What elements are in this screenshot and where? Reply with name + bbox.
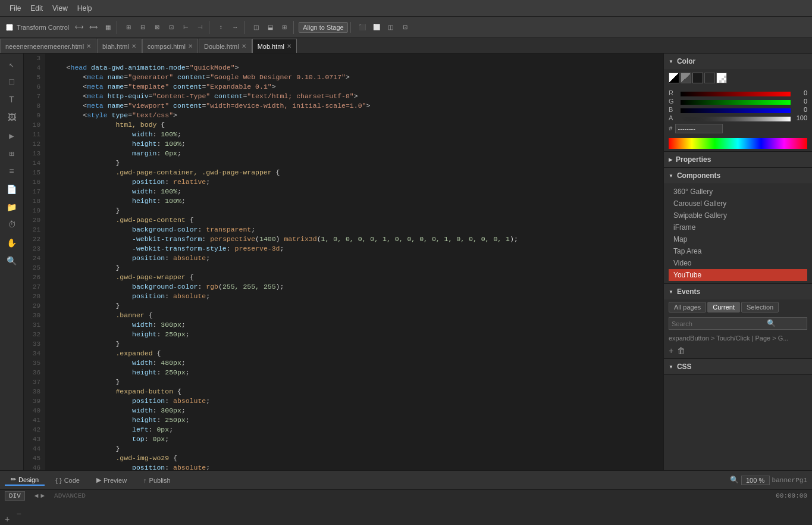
line-number: 7 [24, 92, 45, 101]
tab-4[interactable]: Mob.html ✕ [252, 39, 297, 53]
b-label: B [669, 106, 678, 113]
sidebar-icon-image[interactable]: 🖼 [2, 110, 21, 126]
swatch-dark1[interactable] [692, 73, 703, 83]
events-tab-all-pages[interactable]: All pages [669, 302, 706, 312]
tl-forward-button[interactable]: ▶ [40, 492, 45, 499]
component-item-iframe[interactable]: iFrame [669, 221, 807, 233]
line-number: 29 [24, 301, 45, 311]
component-item-video[interactable]: Video [669, 257, 807, 269]
events-section-header[interactable]: ▼ Events [664, 284, 812, 299]
line-content: position: relative; [45, 177, 210, 187]
code-tab[interactable]: { } Code [49, 476, 86, 485]
color-gradient-bar[interactable] [669, 138, 807, 149]
components-section-header[interactable]: ▼ Components [664, 168, 812, 183]
tab-0[interactable]: neeenerneenerneener.html ✕ [0, 39, 96, 53]
line-number: 14 [24, 158, 45, 168]
sidebar-icon-shapes[interactable]: □ [2, 74, 21, 90]
tb-align-1[interactable]: ⊞ [122, 21, 135, 34]
hex-input[interactable] [675, 124, 723, 133]
color-section-header[interactable]: ▼ Color [664, 54, 812, 69]
events-search[interactable]: 🔍 [669, 317, 807, 330]
component-item-carousel-gallery[interactable]: Carousel Gallery [669, 198, 807, 210]
sidebar-icon-text[interactable]: T [2, 92, 21, 108]
tb-align-5[interactable]: ⊢ [179, 21, 192, 34]
code-line: 45 .gwd-img-wo29 { [24, 454, 663, 463]
tab-2-close[interactable]: ✕ [188, 43, 193, 49]
code-line: 15 .gwd-page-container, .gwd-page-wrappe… [24, 168, 663, 177]
tb-extra-2[interactable]: ⬜ [370, 21, 383, 34]
component-item-swipable-gallery[interactable]: Swipable Gallery [669, 210, 807, 221]
sidebar-icon-timeline[interactable]: ⏱ [2, 217, 21, 233]
events-add-button[interactable]: + [669, 346, 673, 356]
r-icon [681, 92, 791, 96]
tb-align-4[interactable]: ⊡ [165, 21, 178, 34]
tb-dist-2[interactable]: ↔ [228, 21, 242, 34]
publish-tab[interactable]: ↑ Publish [137, 476, 177, 485]
component-item-youtube[interactable]: YouTube [669, 269, 807, 281]
sidebar-icon-grab[interactable]: ✋ [2, 235, 21, 251]
css-section-header[interactable]: ▼ CSS [664, 359, 812, 374]
design-tab[interactable]: ✏ Design [5, 474, 45, 486]
tb-btn-1[interactable]: ⟷ [73, 21, 86, 34]
tab-0-close[interactable]: ✕ [86, 43, 91, 49]
events-tab-current[interactable]: Current [707, 302, 740, 312]
tb-extra-1[interactable]: ⬛ [356, 21, 369, 34]
preview-tab[interactable]: ▶ Preview [90, 475, 133, 485]
tb-dist-1[interactable]: ↕ [214, 21, 227, 34]
sidebar-icon-pointer[interactable]: ↖ [2, 56, 21, 73]
component-item-tap-area[interactable]: Tap Area [669, 245, 807, 257]
menu-help[interactable]: Help [73, 3, 97, 14]
tab-3-close[interactable]: ✕ [242, 43, 246, 49]
line-number: 16 [24, 177, 45, 187]
tab-1-close[interactable]: ✕ [131, 43, 136, 49]
color-section-title: Color [677, 57, 695, 65]
menu-view[interactable]: View [48, 3, 73, 14]
code-line: 9 <style type="text/css"> [24, 111, 663, 120]
code-editor[interactable]: 34 <head data-gwd-animation-mode="quickM… [24, 54, 663, 470]
component-item-map[interactable]: Map [669, 233, 807, 245]
tl-back-button[interactable]: ◀ [35, 492, 39, 499]
tab-3[interactable]: Double.html ✕ [199, 39, 252, 53]
sidebar-icon-assets[interactable]: 📁 [2, 199, 21, 215]
tab-2[interactable]: compsci.html ✕ [142, 39, 198, 53]
sidebar-icon-search[interactable]: 🔍 [2, 252, 21, 269]
tb-align-2[interactable]: ⊟ [136, 21, 149, 34]
properties-section-header[interactable]: ▶ Properties [664, 152, 812, 167]
menu-edit[interactable]: Edit [26, 3, 48, 14]
menu-file[interactable]: File [5, 3, 26, 14]
tb-size-2[interactable]: ⬓ [264, 21, 277, 34]
tab-1[interactable]: blah.html ✕ [97, 39, 142, 53]
tb-btn-3[interactable]: ▦ [101, 21, 114, 34]
tb-extra-4[interactable]: ⊡ [399, 21, 412, 34]
swatch-dark2[interactable] [704, 73, 715, 83]
events-chain: expandButton > Touch/Click | Page > G... [664, 332, 812, 344]
component-item-360--gallery[interactable]: 360° Gallery [669, 186, 807, 198]
tb-align-6[interactable]: ⊣ [193, 21, 206, 34]
events-tab-selection[interactable]: Selection [741, 302, 779, 312]
line-content: } [45, 301, 120, 311]
code-line: 21 background-color: transparent; [24, 225, 663, 235]
sidebar-icon-layers[interactable]: ≡ [2, 163, 21, 180]
events-delete-button[interactable]: 🗑 [677, 346, 685, 356]
search-icon: 🔍 [767, 319, 776, 328]
tabs-bar: neeenerneenerneener.html ✕ blah.html ✕ c… [0, 38, 812, 54]
swatch-transparent[interactable] [716, 73, 727, 83]
align-to-stage-button[interactable]: Align to Stage [299, 22, 348, 33]
tb-size-1[interactable]: ◫ [249, 21, 262, 34]
timeline-add-button[interactable]: + [5, 515, 10, 524]
tb-align-3[interactable]: ⊠ [151, 21, 164, 34]
tb-btn-2[interactable]: ⟺ [87, 21, 100, 34]
zoom-input[interactable] [741, 476, 770, 485]
code-line: 20 .gwd-page-content { [24, 215, 663, 225]
tb-size-3[interactable]: ⊞ [278, 21, 291, 34]
tb-extra-3[interactable]: ◫ [384, 21, 397, 34]
swatch-bw2[interactable] [681, 73, 691, 83]
swatch-bw1[interactable] [669, 73, 679, 83]
sidebar-icon-component[interactable]: ⊞ [2, 145, 21, 162]
status-bar: ✏ Design { } Code ▶ Preview ↑ Publish 🔍 … [0, 470, 812, 489]
transform-checkbox[interactable] [6, 24, 13, 31]
events-search-input[interactable] [672, 320, 767, 327]
tab-4-close[interactable]: ✕ [287, 43, 291, 49]
sidebar-icon-video[interactable]: ▶ [2, 127, 21, 144]
sidebar-icon-pages[interactable]: 📄 [2, 181, 21, 198]
